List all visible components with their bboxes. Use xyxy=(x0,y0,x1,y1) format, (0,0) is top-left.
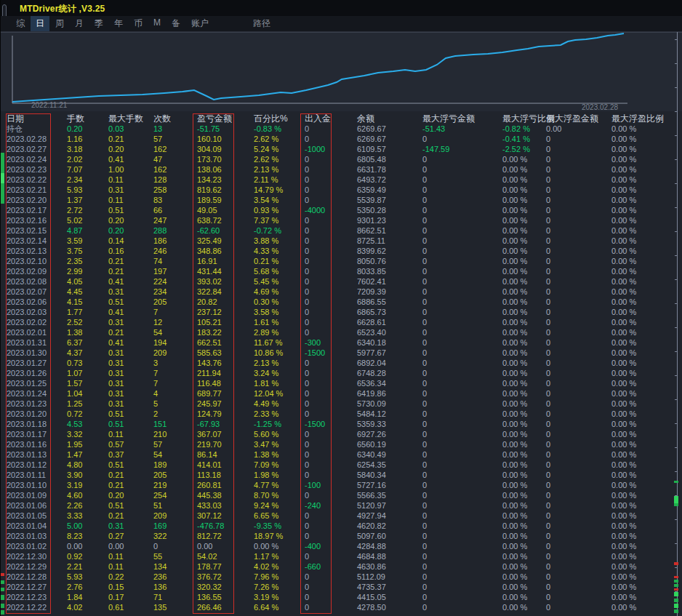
table-row[interactable]: 2023.02.022.520.3112105.211.61 %06628.61… xyxy=(1,317,678,327)
cell-col2: 0.20 xyxy=(108,144,153,154)
cell-col6: 0 xyxy=(305,215,357,225)
cell-col11: 0.00 % xyxy=(611,561,675,572)
ruler-tick xyxy=(675,255,678,256)
table-row[interactable]: 2023.02.092.990.21197431.445.68 %08033.8… xyxy=(1,266,678,276)
menu-item-0[interactable]: 综 xyxy=(11,16,30,31)
table-row[interactable]: 2023.01.316.370.41194662.5111.67 %-30063… xyxy=(1,337,678,348)
cell-col6: 0 xyxy=(305,521,357,531)
cell-col10: 0 xyxy=(546,205,611,215)
menu-item-3[interactable]: 月 xyxy=(70,16,89,31)
menu-item-1[interactable]: 日 xyxy=(31,16,49,31)
table-row[interactable]: 2023.02.084.050.41224393.025.45 %07602.4… xyxy=(1,276,678,287)
cell-col1: 1.07 xyxy=(67,368,108,378)
table-row[interactable]: 2023.01.200.720.512124.792.33 %05484.120… xyxy=(1,409,678,419)
table-row[interactable]: 2023.02.102.350.217416.910.21 %08050.760… xyxy=(1,256,678,266)
table-row[interactable]: 2023.02.172.720.516649.050.93 %-40005350… xyxy=(1,205,678,215)
table-row[interactable]: 2023.01.241.040.314689.7712.04 %06419.86… xyxy=(1,388,678,399)
cell-col9: 0.00 % xyxy=(502,205,546,215)
cell-col6: 0 xyxy=(305,531,357,541)
table-row[interactable]: 2023.01.251.570.317116.481.81 %06536.340… xyxy=(1,378,678,388)
cell-col10: 0 xyxy=(546,399,611,409)
table-row[interactable]: 2023.01.124.800.51189414.017.09 %06254.3… xyxy=(1,460,678,470)
table-row[interactable]: 2022.12.231.840.1771136.553.19 %04415.05… xyxy=(1,592,678,602)
cell-col4: 173.70 xyxy=(197,154,254,164)
table-row[interactable]: 2023.01.270.730.313143.762.13 %06892.040… xyxy=(1,358,678,368)
table-row[interactable]: 2023.02.154.870.20288-62.60-0.72 %08662.… xyxy=(1,225,678,236)
table-row[interactable]: 2022.12.224.020.61135266.466.64 %04278.5… xyxy=(1,602,678,612)
table-row[interactable]: 2023.01.103.190.21219260.814.77 %-100572… xyxy=(1,480,678,490)
table-row[interactable]: 2023.02.215.930.31258819.6214.79 %06359.… xyxy=(1,185,678,195)
right-scroll-ruler[interactable] xyxy=(677,32,682,616)
table-row[interactable]: 2023.01.261.070.317211.943.24 %06748.280… xyxy=(1,368,678,378)
table-row[interactable]: 2022.12.292.210.11134178.774.02 %-660463… xyxy=(1,561,678,572)
table-row[interactable]: 2023.01.038.230.27322812.7218.97 %05097.… xyxy=(1,531,678,541)
menu-item-8[interactable]: 备 xyxy=(167,16,185,31)
cell-col0: 2023.01.13 xyxy=(7,449,67,460)
table-row[interactable]: 2023.01.184.530.51151-67.93-1.25 %-15005… xyxy=(1,419,678,429)
cell-col4: 219.70 xyxy=(197,439,254,449)
table-row[interactable]: 2023.01.020.000.0000.000.00 %-4004284.88… xyxy=(1,541,678,551)
table-row[interactable]: 2023.01.053.330.21209307.126.65 %04927.9… xyxy=(1,511,678,521)
table-row[interactable]: 2023.02.165.020.20247638.727.37 %09301.2… xyxy=(1,215,678,225)
ruler-tick xyxy=(675,135,678,136)
cell-col8: 0 xyxy=(422,378,502,388)
cell-col0: 2023.02.09 xyxy=(7,266,67,276)
table-row[interactable]: 2023.01.231.250.315245.974.49 %05730.090… xyxy=(1,399,678,409)
cell-col11: 0.00 % xyxy=(611,429,675,439)
table-row[interactable]: 2023.02.133.750.16246348.864.33 %08399.6… xyxy=(1,246,678,256)
table-row[interactable]: 2023.02.011.380.2154183.222.89 %06523.40… xyxy=(1,327,678,337)
table-row[interactable]: 2022.12.300.920.115554.021.17 %04684.880… xyxy=(1,551,678,561)
table-row[interactable]: 2023.01.173.320.11210367.075.60 %06927.2… xyxy=(1,429,678,439)
table-row[interactable]: 2023.02.281.160.2157160.102.62 %06269.67… xyxy=(1,134,678,144)
cell-col1: 4.02 xyxy=(67,602,108,612)
cell-col1: 7.07 xyxy=(67,164,108,175)
table-row[interactable]: 2022.12.272.760.15136320.327.26 %04735.3… xyxy=(1,582,678,592)
menu-item-9[interactable]: 账户 xyxy=(186,16,214,31)
trade-marker xyxy=(1,595,4,600)
cell-col1: 0.73 xyxy=(67,358,108,368)
cell-col6: 0 xyxy=(305,602,357,612)
table-row[interactable]: 2023.01.304.370.31209585.6310.86 %-15005… xyxy=(1,348,678,358)
cell-col7: 6493.72 xyxy=(357,175,422,185)
cell-col2: 0.31 xyxy=(108,388,153,399)
table-row[interactable]: 2023.02.031.770.417237.123.58 %06865.730… xyxy=(1,307,678,317)
menu-item-6[interactable]: 币 xyxy=(129,16,148,31)
cell-col8: 0 xyxy=(422,439,502,449)
table-row[interactable]: 2023.01.094.600.20254445.388.70 %05566.3… xyxy=(1,490,678,500)
table-row[interactable]: 2023.01.131.470.375486.141.38 %06340.490… xyxy=(1,449,678,460)
cell-col8: 0 xyxy=(422,399,502,409)
table-row[interactable]: 2023.01.113.900.21205113.181.98 %05840.3… xyxy=(1,470,678,480)
table-row[interactable]: 2023.02.143.590.14186325.493.88 %08725.1… xyxy=(1,236,678,246)
table-row[interactable]: 2023.02.064.150.5120520.820.30 %06886.55… xyxy=(1,297,678,307)
menu-item-path[interactable]: 路径 xyxy=(248,16,276,31)
table-row[interactable]: 2023.02.222.340.11128134.232.11 %06493.7… xyxy=(1,175,678,185)
cell-col3: 169 xyxy=(153,521,197,531)
table-row[interactable]: 2023.02.201.370.1183189.593.54 %05539.87… xyxy=(1,195,678,205)
menu-item-2[interactable]: 周 xyxy=(50,16,69,31)
menu-item-4[interactable]: 季 xyxy=(89,16,108,31)
cell-col11: 0.00 % xyxy=(611,602,675,612)
cell-col11: 0.00 % xyxy=(611,144,675,154)
cell-col9: 0.00 % xyxy=(502,572,546,582)
table-row[interactable]: 2023.01.062.260.5151433.039.24 %-2405120… xyxy=(1,500,678,511)
table-row[interactable]: 2023.01.045.000.31169-476.78-9.35 %04620… xyxy=(1,521,678,531)
cell-col7: 4684.88 xyxy=(357,551,422,561)
cell-col2: 0.21 xyxy=(108,511,153,521)
table-row[interactable]: 2023.02.273.180.20162304.095.24 %-100061… xyxy=(1,144,678,154)
cell-col0: 2023.01.16 xyxy=(7,439,67,449)
cell-col2: 0.51 xyxy=(108,460,153,470)
cell-col5: 6.65 % xyxy=(254,511,305,521)
cell-col10: 0 xyxy=(546,164,611,175)
table-row[interactable]: 2023.02.074.450.31234322.844.69 %07209.3… xyxy=(1,287,678,297)
cell-col4: 20.82 xyxy=(197,297,254,307)
menu-item-5[interactable]: 年 xyxy=(109,16,128,31)
menu-item-7[interactable]: M xyxy=(148,16,166,31)
table-row[interactable]: 2023.01.161.950.5757219.703.47 %06560.19… xyxy=(1,439,678,449)
table-row[interactable]: 2023.02.237.071.00162138.062.13 %06631.7… xyxy=(1,164,678,175)
cell-col4: 367.07 xyxy=(197,429,254,439)
cell-col1: 3.90 xyxy=(67,470,108,480)
table-row[interactable]: 持仓0.200.0313-51.75-0.83 %06269.67-51.43-… xyxy=(1,124,678,134)
table-row[interactable]: 2023.02.242.020.4147173.702.62 %06805.48… xyxy=(1,154,678,164)
table-row[interactable]: 2022.12.285.930.22236376.727.96 %05112.0… xyxy=(1,572,678,582)
cell-col9: 0.00 % xyxy=(502,154,546,164)
